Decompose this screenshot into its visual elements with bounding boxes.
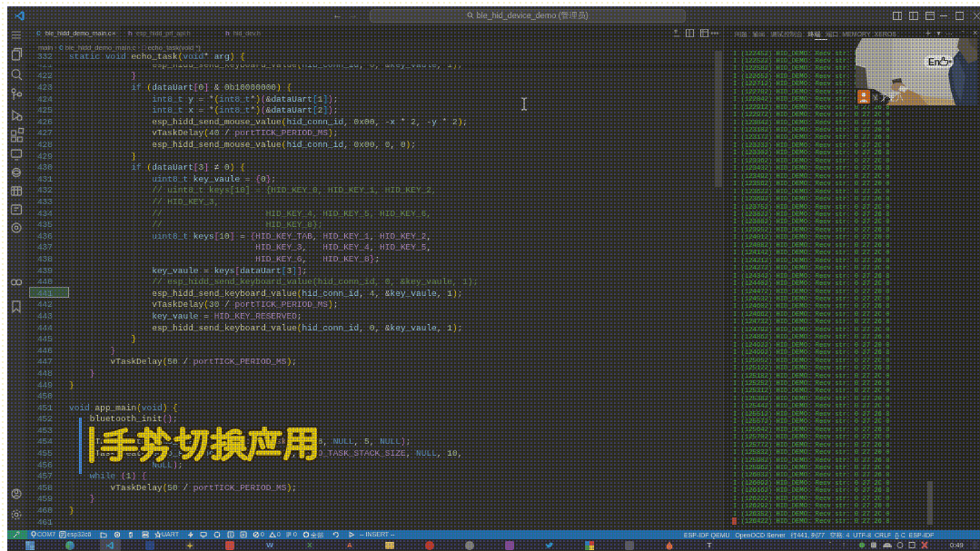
- svg-text:En: En: [928, 57, 940, 67]
